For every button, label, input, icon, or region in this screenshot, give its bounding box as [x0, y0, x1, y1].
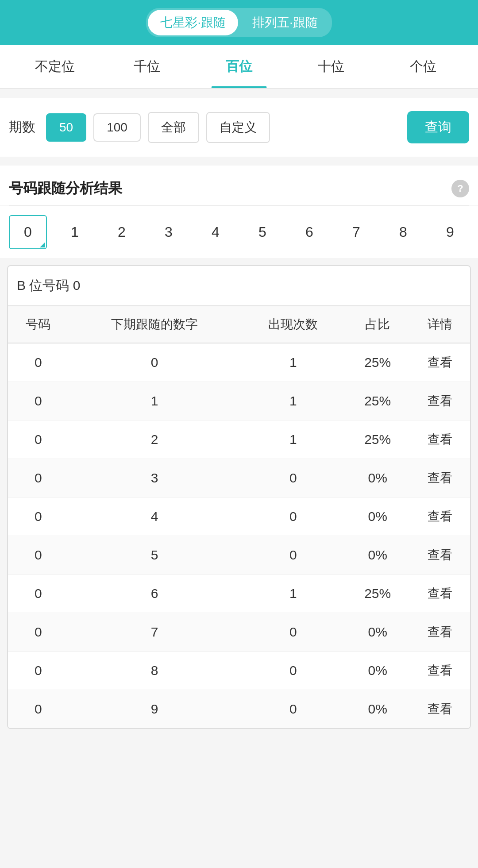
number-btn-3[interactable]: 3: [150, 215, 188, 249]
cell-detail[interactable]: 查看: [409, 652, 470, 690]
cell-next: 9: [69, 690, 241, 729]
cell-count: 0: [241, 536, 346, 575]
cell-next: 0: [69, 343, 241, 382]
col-next: 下期跟随的数字: [69, 306, 241, 343]
cell-detail[interactable]: 查看: [409, 498, 470, 536]
cell-count: 0: [241, 459, 346, 498]
table-row: 0 8 0 0% 查看: [8, 652, 470, 690]
table-title: B 位号码 0: [8, 266, 470, 306]
cell-ratio: 25%: [346, 343, 409, 382]
cell-num: 0: [8, 498, 69, 536]
table-row: 0 9 0 0% 查看: [8, 690, 470, 729]
cell-num: 0: [8, 613, 69, 652]
header-tabs: 七星彩·跟随 排列五·跟随: [146, 8, 332, 37]
query-button[interactable]: 查询: [407, 111, 469, 143]
col-num: 号码: [8, 306, 69, 343]
cell-count: 1: [241, 420, 346, 459]
analysis-title: 号码跟随分析结果: [9, 179, 122, 198]
period-section: 期数 50 100 全部 自定义 查询: [0, 98, 478, 157]
cell-ratio: 25%: [346, 420, 409, 459]
tab-qianwei[interactable]: 千位: [101, 45, 193, 88]
tab-budingwei[interactable]: 不定位: [9, 45, 101, 88]
cell-detail[interactable]: 查看: [409, 420, 470, 459]
cell-next: 3: [69, 459, 241, 498]
table-row: 0 5 0 0% 查看: [8, 536, 470, 575]
cell-num: 0: [8, 652, 69, 690]
cell-detail[interactable]: 查看: [409, 459, 470, 498]
number-btn-2[interactable]: 2: [103, 215, 141, 249]
table-row: 0 0 1 25% 查看: [8, 343, 470, 382]
tab-pailiewu[interactable]: 排列五·跟随: [240, 10, 330, 35]
cell-count: 1: [241, 382, 346, 420]
cell-ratio: 0%: [346, 536, 409, 575]
table-row: 0 2 1 25% 查看: [8, 420, 470, 459]
cell-next: 6: [69, 575, 241, 613]
number-btn-7[interactable]: 7: [337, 215, 375, 249]
table-row: 0 1 1 25% 查看: [8, 382, 470, 420]
cell-ratio: 25%: [346, 382, 409, 420]
cell-next: 2: [69, 420, 241, 459]
cell-count: 0: [241, 613, 346, 652]
analysis-table: 号码 下期跟随的数字 出现次数 占比 详情 0 0 1 25% 查看 0 1 1…: [8, 306, 470, 728]
cell-next: 1: [69, 382, 241, 420]
table-row: 0 7 0 0% 查看: [8, 613, 470, 652]
number-btn-9[interactable]: 9: [431, 215, 469, 249]
tab-shiwei[interactable]: 十位: [285, 45, 377, 88]
cell-num: 0: [8, 420, 69, 459]
period-btn-50[interactable]: 50: [46, 113, 86, 142]
cell-detail[interactable]: 查看: [409, 382, 470, 420]
col-detail: 详情: [409, 306, 470, 343]
tab-gewei[interactable]: 个位: [377, 45, 469, 88]
table-row: 0 4 0 0% 查看: [8, 498, 470, 536]
number-btn-4[interactable]: 4: [197, 215, 235, 249]
cell-ratio: 0%: [346, 652, 409, 690]
cell-next: 8: [69, 652, 241, 690]
period-btn-all[interactable]: 全部: [148, 112, 199, 143]
period-label: 期数: [9, 118, 35, 136]
number-btn-8[interactable]: 8: [384, 215, 422, 249]
tab-baiwei[interactable]: 百位: [193, 45, 285, 88]
period-btn-custom[interactable]: 自定义: [206, 112, 270, 143]
cell-ratio: 0%: [346, 613, 409, 652]
cell-num: 0: [8, 536, 69, 575]
cell-next: 4: [69, 498, 241, 536]
cell-ratio: 25%: [346, 575, 409, 613]
cell-detail[interactable]: 查看: [409, 343, 470, 382]
cell-detail[interactable]: 查看: [409, 536, 470, 575]
number-selector: 0 1 2 3 4 5 6 7 8 9: [0, 206, 478, 258]
table-row: 0 3 0 0% 查看: [8, 459, 470, 498]
table-header-row: 号码 下期跟随的数字 出现次数 占比 详情: [8, 306, 470, 343]
cell-num: 0: [8, 575, 69, 613]
cell-detail[interactable]: 查看: [409, 613, 470, 652]
tab-qixingcai[interactable]: 七星彩·跟随: [148, 10, 238, 35]
position-tabs: 不定位 千位 百位 十位 个位: [0, 45, 478, 89]
number-btn-0[interactable]: 0: [9, 215, 47, 249]
cell-ratio: 0%: [346, 459, 409, 498]
period-btn-100[interactable]: 100: [93, 113, 141, 142]
table-row: 0 6 1 25% 查看: [8, 575, 470, 613]
cell-count: 0: [241, 498, 346, 536]
cell-next: 7: [69, 613, 241, 652]
cell-num: 0: [8, 343, 69, 382]
number-btn-1[interactable]: 1: [56, 215, 94, 249]
cell-ratio: 0%: [346, 690, 409, 729]
cell-num: 0: [8, 382, 69, 420]
number-btn-5[interactable]: 5: [243, 215, 281, 249]
number-btn-6[interactable]: 6: [290, 215, 328, 249]
analysis-header: 号码跟随分析结果 ?: [0, 166, 478, 205]
cell-count: 0: [241, 652, 346, 690]
cell-detail[interactable]: 查看: [409, 690, 470, 729]
cell-num: 0: [8, 690, 69, 729]
analysis-table-wrapper: B 位号码 0 号码 下期跟随的数字 出现次数 占比 详情 0 0 1 25% …: [7, 265, 471, 729]
help-icon[interactable]: ?: [451, 180, 469, 197]
cell-detail[interactable]: 查看: [409, 575, 470, 613]
cell-num: 0: [8, 459, 69, 498]
cell-next: 5: [69, 536, 241, 575]
header: 七星彩·跟随 排列五·跟随: [0, 0, 478, 45]
col-count: 出现次数: [241, 306, 346, 343]
cell-count: 1: [241, 575, 346, 613]
cell-ratio: 0%: [346, 498, 409, 536]
cell-count: 1: [241, 343, 346, 382]
cell-count: 0: [241, 690, 346, 729]
col-ratio: 占比: [346, 306, 409, 343]
